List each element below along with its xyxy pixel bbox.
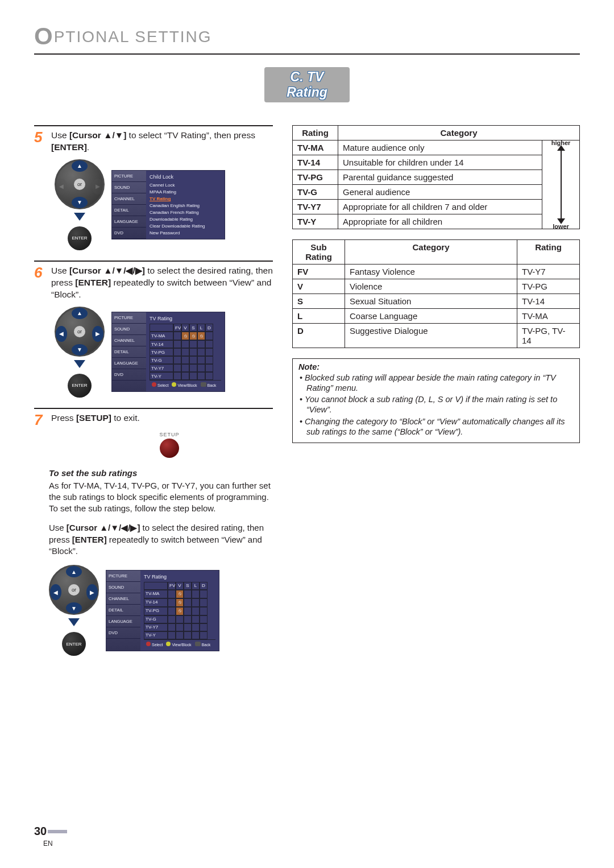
osd-item: New Password	[150, 230, 221, 237]
note-item: You cannot block a sub rating (D, L, S o…	[300, 394, 574, 415]
osd-foot: Back	[202, 643, 211, 647]
osd-side-item: PICTURE	[106, 571, 140, 582]
step-text: Use [Cursor ▲/▼/◀/▶] to select the desir…	[51, 265, 273, 301]
page-header: OPTIONAL SETTING	[34, 23, 580, 50]
osd-child-lock: PICTURE SOUND CHANNEL DETAIL LANGUAGE DV…	[111, 170, 225, 239]
t: .	[87, 142, 89, 152]
table-row: TV-14Unsuitable for children under 14	[293, 155, 580, 170]
osd-side-item: LANGUAGE	[112, 216, 146, 228]
dpad-down-icon: ▼	[66, 602, 82, 614]
dpad-down-icon: ▼	[72, 197, 88, 208]
down-arrow-icon	[74, 360, 85, 368]
t: [Cursor ▲/▼/◀/▶]	[67, 523, 140, 532]
subrat-p2: Use [Cursor ▲/▼/◀/▶] to select the desir…	[49, 522, 273, 557]
subrating-table: Sub Rating Category Rating FVFantasy Vio…	[292, 239, 580, 348]
osd-item: Downloadable Rating	[150, 216, 221, 223]
footer-lang: EN	[43, 840, 53, 848]
t: [ENTER]	[51, 142, 87, 152]
table-row: DSuggestive DialogueTV-PG, TV-14	[293, 324, 580, 348]
t: Use	[49, 523, 67, 532]
t: [SETUP]	[76, 413, 111, 423]
step-number: 7	[34, 412, 47, 427]
rating-category-table: Rating Category TV-MA Mature audience on…	[292, 125, 580, 229]
osd-foot: Select	[152, 643, 163, 647]
dpad-down-icon: ▼	[72, 344, 88, 356]
dpad-left-icon: ◀	[56, 179, 67, 195]
osd-side-item: CHANNEL	[112, 193, 146, 205]
t: [ENTER]	[72, 535, 107, 544]
osd-side-item: DETAIL	[106, 605, 140, 616]
step-rule	[34, 125, 273, 126]
osd-foot: Select	[157, 383, 168, 387]
header-o: O	[34, 23, 54, 49]
note-box: Note: Blocked sub rating will appear bes…	[292, 358, 580, 443]
step-text: Press [SETUP] to exit.	[51, 412, 140, 424]
osd-side-item: SOUND	[106, 582, 140, 593]
osd-side-item: SOUND	[112, 324, 146, 335]
osd-item: Clear Downloadable Rating	[150, 223, 221, 230]
table-row: TV-MA Mature audience only higher lower	[293, 140, 580, 155]
table-row: TV-GGeneral audience	[293, 185, 580, 200]
osd-item: Canadian French Rating	[150, 209, 221, 216]
osd-side-item: PICTURE	[112, 312, 146, 324]
note-item: Blocked sub rating will appear beside th…	[300, 373, 574, 393]
arrow-up-icon	[557, 145, 565, 151]
osd-side-item: LANGUAGE	[106, 616, 140, 627]
th-subrating: Sub Rating	[293, 240, 345, 264]
osd-tv-rating-1: PICTURE SOUND CHANNEL DETAIL LANGUAGE DV…	[111, 312, 225, 392]
th-rating: Rating	[517, 240, 580, 264]
dpad-up-icon: ▲	[72, 308, 88, 319]
t: Use	[51, 130, 69, 140]
dpad-up-icon: ▲	[72, 160, 88, 172]
step-number: 6	[34, 265, 47, 280]
severity-arrow: higher lower	[542, 140, 580, 229]
setup-label: SETUP	[159, 432, 179, 437]
header-rule	[34, 53, 580, 55]
dpad-up-icon: ▲	[66, 566, 82, 577]
osd-title: TV Rating	[150, 315, 221, 324]
step-7: 7 Press [SETUP] to exit. SETUP	[34, 408, 273, 458]
table-row: SSexual SituationTV-14	[293, 294, 580, 309]
enter-button-icon: ENTER	[62, 632, 86, 656]
t: [Cursor ▲/▼/◀/▶]	[69, 266, 145, 275]
osd-side-item: LANGUAGE	[112, 358, 146, 369]
t: Press	[51, 413, 76, 423]
section-badge: C. TV Rating	[264, 67, 350, 102]
osd-title: Child Lock	[150, 173, 221, 182]
osd-side-item: DVD	[112, 228, 146, 239]
table-row: FVFantasy ViolenceTV-Y7	[293, 264, 580, 279]
step-5: 5 Use [Cursor ▲/▼] to select “TV Rating”…	[34, 125, 273, 250]
osd-foot: Back	[208, 383, 217, 387]
enter-button-icon: ENTER	[68, 374, 92, 398]
note-heading: Note:	[298, 362, 574, 371]
dpad-right-icon: ▶	[92, 326, 103, 342]
t: to exit.	[111, 413, 140, 423]
footer-bar-icon	[48, 830, 67, 833]
t: [ENTER]	[75, 278, 111, 287]
osd-tv-rating-2: PICTURE SOUND CHANNEL DETAIL LANGUAGE DV…	[106, 570, 219, 651]
step-text: Use [Cursor ▲/▼] to select “TV Rating”, …	[51, 130, 273, 154]
step-rule	[34, 261, 273, 262]
dpad-or-label: or	[74, 179, 85, 190]
table-row: LCoarse LanguageTV-MA	[293, 309, 580, 324]
th-category: Category	[338, 126, 580, 140]
page-footer: 30 EN	[34, 825, 67, 848]
subrat-heading: To set the sub ratings	[49, 468, 273, 478]
osd-foot: View/Block	[172, 643, 191, 647]
setup-dot-icon	[160, 439, 179, 458]
enter-button-icon: ENTER	[68, 226, 92, 250]
t: Use	[51, 266, 69, 275]
table-row: TV-PGParental guidance suggested	[293, 170, 580, 185]
osd-grid: FVVSLD TV-MA⦸ TV-14⦸ TV-PG⦸ TV-G TV-Y7 T…	[144, 582, 215, 639]
step-number: 5	[34, 130, 47, 144]
dpad-or-label: or	[74, 326, 85, 337]
down-arrow-icon	[74, 213, 85, 221]
osd-item: MPAA Rating	[150, 189, 221, 196]
table-row: TV-YAppropriate for all children	[293, 214, 580, 229]
dpad-left-icon: ◀	[56, 326, 67, 342]
remote-up-down: ▲ ▼ ◀ ▶ or ENTER	[55, 159, 105, 250]
note-item: Changing the category to “Block” or “Vie…	[300, 416, 574, 437]
osd-foot: View/Block	[177, 383, 197, 387]
th-rating: Rating	[293, 126, 338, 140]
subrat-p1: As for TV-MA, TV-14, TV-PG, or TV-Y7, yo…	[49, 480, 273, 515]
